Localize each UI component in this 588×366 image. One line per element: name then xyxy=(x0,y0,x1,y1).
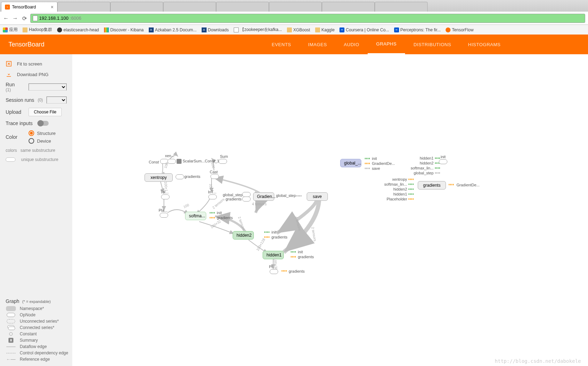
edge-2tensors-b: 2 tensors xyxy=(237,216,246,231)
tensorboard-favicon: ~ xyxy=(5,5,10,10)
pla-opnode[interactable] xyxy=(160,213,168,218)
init-iodots2 xyxy=(264,231,270,233)
browser-tab-bg2[interactable] xyxy=(110,2,163,12)
init-iodots3 xyxy=(291,251,296,253)
global-aux-node[interactable]: global_... xyxy=(340,159,361,167)
pla-label: Pla... xyxy=(159,208,167,212)
forward-button[interactable]: → xyxy=(12,15,18,21)
legend-hint: (* = expandable) xyxy=(22,299,51,304)
aux-h1d xyxy=(435,157,441,159)
browser-tab-bg5[interactable] xyxy=(269,2,322,12)
browser-tab-bg7[interactable] xyxy=(375,2,428,12)
browser-tab-bg6[interactable] xyxy=(322,2,375,12)
reload-button[interactable]: ⟳ xyxy=(21,15,27,21)
color-device-radio[interactable] xyxy=(29,138,34,144)
download-png-button[interactable]: Download PNG xyxy=(6,69,67,80)
nav-images[interactable]: IMAGES xyxy=(300,35,336,54)
folder-icon xyxy=(23,27,27,32)
browser-tab-bg1[interactable] xyxy=(57,2,110,12)
fit-to-screen-button[interactable]: Fit to screen xyxy=(6,58,67,69)
bookmark-kibana[interactable]: Discover - Kibana xyxy=(104,27,144,32)
sum-label: Sum xyxy=(220,154,228,159)
main-nav: EVENTS IMAGES AUDIO GRAPHS DISTRIBUTIONS… xyxy=(263,35,509,54)
control-edge-icon xyxy=(6,353,16,353)
bookmark-kaggle[interactable]: Kaggle xyxy=(315,27,335,32)
run-count: (1) xyxy=(6,87,25,92)
page-icon xyxy=(33,15,38,21)
tab-strip: ~ TensorBoard × xyxy=(0,0,588,12)
bookmark-apps[interactable]: 应用 xyxy=(3,27,18,33)
close-tab-icon[interactable]: × xyxy=(51,4,54,10)
hidden2-node[interactable]: hidden2 xyxy=(233,231,254,240)
trace-inputs-toggle[interactable] xyxy=(37,121,49,126)
aux-h2d2 xyxy=(409,188,414,190)
url-bar[interactable]: 192.168.1.100:6006 xyxy=(30,14,585,23)
gd-iodots xyxy=(449,184,454,185)
graph-legend: Graph (* = expandable) Namespace* OpNode… xyxy=(6,298,72,362)
edge-4tensors-b: 4 tensors xyxy=(294,216,302,231)
cast-opnode[interactable] xyxy=(210,174,219,179)
nav-events[interactable]: EVENTS xyxy=(263,35,300,54)
bookmark-downloads[interactable]: ADownloads xyxy=(202,27,229,32)
bookmark-coursera[interactable]: ∞Coursera | Online Co... xyxy=(339,27,389,32)
init-iodots xyxy=(210,212,215,213)
bookmark-es[interactable]: elasticsearch-head xyxy=(57,27,99,32)
same-sub-label: same substructure xyxy=(20,148,55,153)
edge-4tensors: 4 tensors xyxy=(252,202,267,206)
watermark: http://blog.csdn.net/dabokele xyxy=(495,358,581,364)
init-opnode[interactable] xyxy=(439,159,447,164)
downloads-icon: A xyxy=(202,27,207,32)
tab-title: TensorBoard xyxy=(12,5,36,10)
nav-graphs[interactable]: GRAPHS xyxy=(368,35,405,54)
session-label: Session runs xyxy=(6,97,34,103)
color-structure-radio[interactable] xyxy=(29,130,34,136)
save-node[interactable]: save xyxy=(307,192,328,201)
browser-tab-bg3[interactable] xyxy=(163,2,216,12)
bookmark-tensorflow[interactable]: TensorFlow xyxy=(446,27,473,32)
back-button[interactable]: ← xyxy=(3,15,9,21)
int-opnode[interactable] xyxy=(208,194,217,199)
aux-pld xyxy=(409,198,414,200)
choose-file-button[interactable]: Choose File xyxy=(29,108,62,116)
upload-label: Upload xyxy=(6,109,25,115)
tol-opnode[interactable] xyxy=(161,194,170,199)
edge-100x128: 100×128 xyxy=(256,238,266,252)
bookmark-xgboost[interactable]: XGBoost xyxy=(287,27,310,32)
session-select[interactable] xyxy=(47,97,67,104)
sidebar: Fit to screen Download PNG Run (1) Sessi… xyxy=(0,54,72,366)
bookmark-perceptrons[interactable]: ∞Perceptrons: The fir... xyxy=(394,27,441,32)
unique-sub-label: unique substructure xyxy=(21,157,58,162)
browser-tab-bg4[interactable] xyxy=(216,2,269,12)
softmax-node[interactable]: softma... xyxy=(185,212,206,220)
gradients-big-node[interactable]: gradients xyxy=(418,181,446,190)
kibana-icon xyxy=(104,27,109,32)
xentropy-node[interactable]: xentropy xyxy=(145,173,173,182)
bookmark-zookeeper[interactable]: 【zookeeper在kafka... xyxy=(234,27,282,33)
int-label: InT... xyxy=(208,190,216,194)
color-label: Color xyxy=(6,134,25,140)
grad-iodots2 xyxy=(264,236,270,238)
browser-tab-active[interactable]: ~ TensorBoard × xyxy=(1,2,57,12)
nav-histograms[interactable]: HISTOGRAMS xyxy=(460,35,509,54)
edge-2tensors-c: 2 tensors xyxy=(311,227,317,241)
scalarsum-sumnode[interactable] xyxy=(177,159,182,164)
graph-canvas[interactable]: Const xen... ScalarSum...Const_1 Sum xen… xyxy=(72,54,588,366)
sum-opnode[interactable] xyxy=(219,159,227,164)
aux-h1d2 xyxy=(409,193,414,195)
nav-audio[interactable]: AUDIO xyxy=(335,35,368,54)
graph-edges xyxy=(72,54,588,366)
aux-dots3 xyxy=(365,168,370,169)
connected-shape-icon xyxy=(7,325,14,330)
globalstep-txt: global_step xyxy=(223,193,243,197)
init-label: init xyxy=(441,155,446,159)
nav-distributions[interactable]: DISTRIBUTIONS xyxy=(405,35,460,54)
bookmark-azkaban[interactable]: AAzkaban 2.5 Docum... xyxy=(149,27,197,32)
namespace-shape-icon xyxy=(6,306,16,311)
pl2-opnode[interactable] xyxy=(270,269,278,274)
gradients-opnode[interactable] xyxy=(176,174,184,179)
browser-chrome: ~ TensorBoard × ← → ⟳ 192.168.1.100:6006 xyxy=(0,0,588,25)
gradien-node[interactable]: Gradien... xyxy=(253,192,274,201)
run-select[interactable] xyxy=(29,83,67,91)
bookmark-hadoop[interactable]: Hadoop集群 xyxy=(23,27,52,33)
edge-100-4: 100 xyxy=(183,203,190,209)
